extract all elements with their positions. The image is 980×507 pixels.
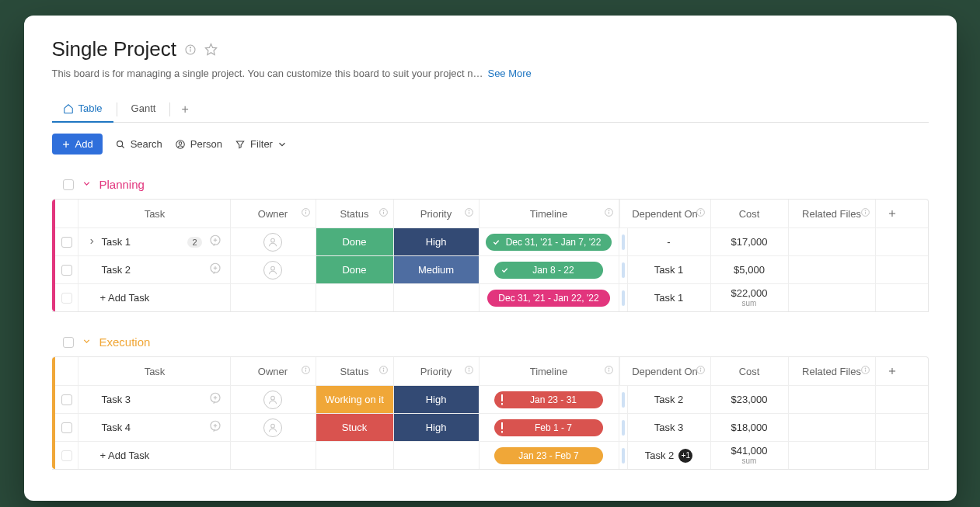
group-title[interactable]: Planning: [99, 178, 145, 191]
header-dependent[interactable]: Dependent On: [619, 357, 711, 385]
row-checkbox[interactable]: [61, 422, 72, 433]
status-cell[interactable]: Done: [316, 256, 394, 283]
cost-cell[interactable]: $17,000: [711, 228, 789, 255]
header-cost[interactable]: Cost: [711, 357, 789, 385]
owner-cell[interactable]: [231, 256, 316, 283]
cost-cell[interactable]: $18,000: [711, 414, 789, 441]
priority-cell[interactable]: High: [394, 414, 480, 441]
add-task-button[interactable]: + Add Task: [78, 442, 231, 469]
row-checkbox[interactable]: [61, 394, 72, 405]
cost-summary-cell: $22,000sum: [711, 284, 789, 311]
dependent-cell[interactable]: Task 3: [627, 414, 711, 441]
add-column-button[interactable]: [876, 357, 909, 385]
conversation-icon[interactable]: [208, 262, 222, 278]
timeline-cell[interactable]: Jan 8 - 22: [480, 256, 619, 283]
dependent-cell[interactable]: Task 1: [627, 256, 711, 283]
timeline-cell[interactable]: Jan 23 - 31: [480, 386, 619, 413]
empty-cell: [316, 442, 394, 469]
status-cell[interactable]: Stuck: [316, 414, 394, 441]
cost-cell[interactable]: $5,000: [711, 256, 789, 283]
task-cell[interactable]: Task 2: [78, 256, 231, 283]
add-task-button[interactable]: + Add Task: [78, 284, 231, 311]
timeline-cell[interactable]: Feb 1 - 7: [480, 414, 619, 441]
files-cell[interactable]: [789, 414, 876, 441]
info-icon[interactable]: [696, 365, 706, 377]
chevron-down-icon[interactable]: [82, 179, 92, 191]
tab-table[interactable]: Table: [52, 96, 113, 122]
priority-cell[interactable]: High: [394, 228, 480, 255]
svg-point-12: [305, 210, 306, 211]
header-timeline[interactable]: Timeline: [480, 357, 619, 385]
row-checkbox[interactable]: [61, 450, 72, 461]
board-title[interactable]: Single Project: [52, 37, 176, 61]
info-icon[interactable]: [184, 43, 197, 56]
dependent-extra-badge[interactable]: +1: [678, 449, 692, 463]
row-checkbox[interactable]: [61, 237, 72, 248]
group-title[interactable]: Execution: [99, 335, 151, 349]
info-icon[interactable]: [301, 207, 311, 220]
header-owner[interactable]: Owner: [231, 357, 316, 385]
header-files[interactable]: Related Files: [789, 357, 876, 385]
search-button[interactable]: Search: [115, 138, 162, 150]
info-icon[interactable]: [860, 207, 870, 220]
expand-icon[interactable]: [88, 236, 96, 248]
add-button[interactable]: Add: [52, 134, 103, 155]
add-view-button[interactable]: +: [173, 98, 196, 121]
info-icon[interactable]: [604, 365, 614, 377]
svg-point-52: [700, 368, 701, 369]
dependent-cell[interactable]: Task 2: [627, 386, 711, 413]
files-cell[interactable]: [789, 386, 876, 413]
header-dependent[interactable]: Dependent On: [619, 200, 711, 227]
row-checkbox[interactable]: [61, 293, 72, 304]
info-icon[interactable]: [696, 207, 706, 220]
header-cost[interactable]: Cost: [711, 200, 789, 227]
priority-cell[interactable]: High: [394, 386, 480, 413]
owner-cell[interactable]: [231, 386, 316, 413]
header-priority[interactable]: Priority: [394, 200, 480, 227]
header-timeline[interactable]: Timeline: [480, 200, 619, 227]
tab-separator: [117, 102, 117, 116]
header-priority[interactable]: Priority: [394, 357, 480, 385]
add-column-button[interactable]: [876, 200, 909, 227]
info-icon[interactable]: [604, 207, 614, 220]
header-task[interactable]: Task: [78, 357, 231, 385]
svg-point-21: [609, 210, 609, 211]
dependent-cell[interactable]: -: [627, 228, 711, 255]
owner-cell[interactable]: [231, 414, 316, 441]
files-cell[interactable]: [789, 256, 876, 283]
person-filter-button[interactable]: Person: [175, 138, 222, 150]
task-cell[interactable]: Task 4: [78, 414, 231, 441]
conversation-icon[interactable]: [208, 391, 222, 408]
star-icon[interactable]: [204, 43, 218, 56]
timeline-cell[interactable]: Dec 31, '21 - Jan 7, '22: [480, 228, 619, 255]
header-files[interactable]: Related Files: [789, 200, 876, 227]
task-cell[interactable]: Task 1 2: [78, 228, 231, 255]
conversation-icon[interactable]: [208, 234, 222, 250]
info-icon[interactable]: [464, 207, 474, 220]
header-status[interactable]: Status: [316, 357, 394, 385]
header-owner[interactable]: Owner: [231, 200, 316, 227]
chevron-down-icon[interactable]: [82, 336, 92, 349]
info-icon[interactable]: [378, 207, 389, 220]
svg-rect-62: [501, 394, 503, 401]
header-status[interactable]: Status: [316, 200, 394, 227]
header-task[interactable]: Task: [78, 200, 231, 227]
priority-cell[interactable]: Medium: [394, 256, 480, 283]
status-cell[interactable]: Working on it: [316, 386, 394, 413]
owner-cell[interactable]: [231, 228, 316, 255]
tab-gantt[interactable]: Gantt: [120, 96, 167, 122]
info-icon[interactable]: [860, 365, 870, 377]
group-checkbox[interactable]: [63, 337, 74, 348]
filter-button[interactable]: Filter: [235, 138, 288, 150]
files-cell[interactable]: [789, 228, 876, 255]
task-cell[interactable]: Task 3: [78, 386, 231, 413]
conversation-icon[interactable]: [208, 419, 222, 436]
info-icon[interactable]: [378, 365, 389, 377]
see-more-link[interactable]: See More: [487, 68, 531, 79]
group-checkbox[interactable]: [63, 179, 74, 190]
row-checkbox[interactable]: [61, 265, 72, 276]
info-icon[interactable]: [301, 365, 311, 377]
status-cell[interactable]: Done: [316, 228, 394, 255]
info-icon[interactable]: [464, 365, 474, 377]
cost-cell[interactable]: $23,000: [711, 386, 789, 413]
